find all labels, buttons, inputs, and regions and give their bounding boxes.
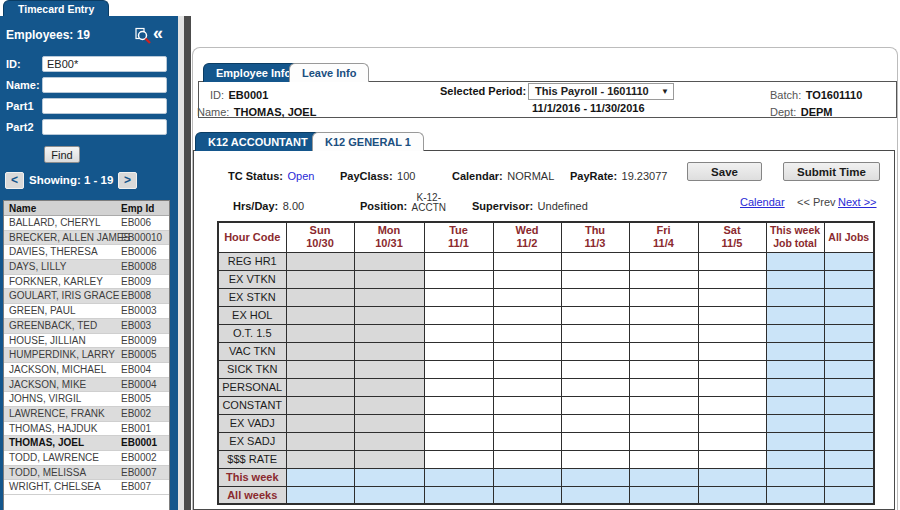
time-entry-cell[interactable] (629, 342, 698, 360)
find-button[interactable]: Find (44, 146, 80, 163)
employee-row[interactable]: BRECKER, ALLEN JAMESEB00010 (4, 231, 169, 246)
employee-row[interactable]: THOMAS, JOELEB0001 (4, 436, 169, 451)
time-entry-cell[interactable] (493, 396, 561, 414)
time-entry-cell[interactable] (424, 378, 493, 396)
save-button[interactable]: Save (687, 162, 762, 181)
time-entry-cell[interactable] (493, 342, 561, 360)
time-entry-cell[interactable] (493, 414, 561, 432)
employee-row[interactable]: HOUSE, JILLIANEB0009 (4, 334, 169, 349)
time-entry-cell[interactable] (629, 306, 698, 324)
employee-row[interactable]: JOHNS, VIRGILEB005 (4, 392, 169, 407)
time-entry-cell[interactable] (561, 432, 629, 450)
time-entry-cell[interactable] (493, 288, 561, 306)
time-entry-cell[interactable] (493, 378, 561, 396)
page-next-button[interactable]: > (118, 172, 137, 189)
time-entry-cell[interactable] (698, 324, 766, 342)
tab-timecard-entry[interactable]: Timecard Entry (3, 0, 109, 16)
time-entry-cell[interactable] (698, 288, 766, 306)
selected-period-dropdown[interactable]: This Payroll - 1601110 ▼ (528, 83, 674, 100)
time-entry-cell[interactable] (629, 288, 698, 306)
time-entry-cell[interactable] (629, 432, 698, 450)
time-entry-cell[interactable] (561, 414, 629, 432)
employee-row[interactable]: THOMAS, HAJDUKEB001 (4, 422, 169, 437)
employee-row[interactable]: FORKNER, KARLEYEB009 (4, 275, 169, 290)
time-entry-cell[interactable] (493, 324, 561, 342)
time-entry-cell[interactable] (424, 432, 493, 450)
part2-search-input[interactable] (42, 119, 167, 135)
time-entry-cell[interactable] (629, 324, 698, 342)
id-search-input[interactable] (42, 56, 167, 72)
time-entry-cell[interactable] (629, 270, 698, 288)
time-entry-cell[interactable] (698, 270, 766, 288)
time-entry-cell[interactable] (561, 378, 629, 396)
time-entry-cell[interactable] (698, 360, 766, 378)
employee-row[interactable]: TODD, LAWRENCEEB0002 (4, 451, 169, 466)
time-entry-cell[interactable] (424, 342, 493, 360)
submit-time-button[interactable]: Submit Time (783, 162, 880, 181)
time-entry-cell[interactable] (493, 270, 561, 288)
time-entry-cell[interactable] (493, 360, 561, 378)
sidebar-splitter[interactable] (184, 16, 191, 510)
time-entry-cell[interactable] (698, 342, 766, 360)
time-entry-cell[interactable] (493, 432, 561, 450)
tab-leave-info[interactable]: Leave Info (289, 63, 369, 82)
time-entry-cell[interactable] (561, 360, 629, 378)
collapse-chevrons-icon[interactable]: « (153, 23, 163, 44)
time-entry-cell[interactable] (424, 252, 493, 270)
employee-row[interactable]: JACKSON, MIKEEB0004 (4, 378, 169, 393)
time-entry-cell[interactable] (424, 414, 493, 432)
time-entry-cell[interactable] (561, 306, 629, 324)
time-entry-cell[interactable] (493, 450, 561, 468)
time-entry-cell[interactable] (629, 378, 698, 396)
time-entry-cell[interactable] (561, 324, 629, 342)
time-entry-cell[interactable] (629, 414, 698, 432)
time-entry-cell[interactable] (698, 432, 766, 450)
time-entry-cell[interactable] (629, 450, 698, 468)
page-prev-button[interactable]: < (5, 172, 24, 189)
time-entry-cell[interactable] (493, 252, 561, 270)
name-search-input[interactable] (42, 77, 167, 93)
employee-row[interactable]: HUMPERDINK, LARRYEB0005 (4, 348, 169, 363)
employee-row[interactable]: DAVIES, THERESAEB0006 (4, 245, 169, 260)
time-entry-cell[interactable] (698, 414, 766, 432)
time-entry-cell[interactable] (424, 450, 493, 468)
tab-k12-general-1[interactable]: K12 GENERAL 1 (312, 132, 424, 151)
time-entry-cell[interactable] (424, 324, 493, 342)
time-entry-cell[interactable] (629, 396, 698, 414)
employee-row[interactable]: TODD, MELISSAEB0007 (4, 466, 169, 481)
time-entry-cell[interactable] (424, 360, 493, 378)
time-entry-cell[interactable] (561, 342, 629, 360)
week-total-cell (766, 450, 824, 468)
time-entry-cell[interactable] (629, 252, 698, 270)
time-entry-cell[interactable] (424, 396, 493, 414)
time-entry-cell[interactable] (629, 360, 698, 378)
time-entry-cell[interactable] (561, 396, 629, 414)
employee-row[interactable]: LAWRENCE, FRANKEB002 (4, 407, 169, 422)
time-entry-cell[interactable] (424, 306, 493, 324)
next-link[interactable]: Next >> (838, 196, 877, 208)
time-entry-cell[interactable] (561, 270, 629, 288)
part1-search-input[interactable] (42, 98, 167, 114)
time-entry-cell[interactable] (561, 288, 629, 306)
time-entry-cell[interactable] (698, 396, 766, 414)
time-entry-cell[interactable] (698, 378, 766, 396)
employee-row[interactable]: DAYS, LILLYEB0008 (4, 260, 169, 275)
employee-row[interactable]: GOULART, IRIS GRACEEB008 (4, 289, 169, 304)
tab-k12-accountant[interactable]: K12 ACCOUNTANT (195, 132, 321, 151)
time-entry-cell[interactable] (698, 450, 766, 468)
time-entry-cell[interactable] (561, 450, 629, 468)
time-entry-cell[interactable] (493, 306, 561, 324)
time-entry-cell[interactable] (698, 252, 766, 270)
employee-row[interactable]: JACKSON, MICHAELEB004 (4, 363, 169, 378)
employee-row[interactable]: WRIGHT, CHELSEAEB007 (4, 480, 169, 495)
employee-row[interactable]: GREEN, PAULEB0003 (4, 304, 169, 319)
time-entry-cell[interactable] (424, 270, 493, 288)
magnifier-icon[interactable] (134, 27, 152, 45)
calendar-link[interactable]: Calendar (740, 196, 785, 208)
time-entry-cell[interactable] (561, 252, 629, 270)
employee-row[interactable]: GREENBACK, TEDEB003 (4, 319, 169, 334)
time-entry-cell[interactable] (424, 288, 493, 306)
prev-pager[interactable]: << Prev (797, 196, 836, 208)
employee-row[interactable]: BALLARD, CHERYLEB006 (4, 216, 169, 231)
time-entry-cell[interactable] (698, 306, 766, 324)
